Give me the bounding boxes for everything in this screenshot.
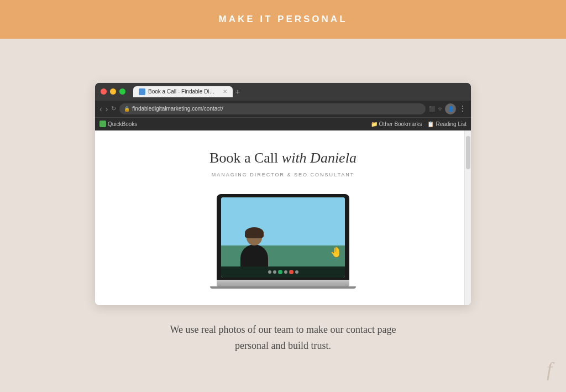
header-title: MAKE IT PERSONAL (218, 14, 347, 25)
tab-favicon (139, 88, 145, 95)
close-dot[interactable] (101, 88, 107, 95)
toolbar-dot-green (278, 270, 282, 274)
tab-bar: Book a Call - Findable Digital M... ✕ + (133, 86, 465, 97)
toolbar-dot (284, 270, 287, 274)
bookmark-icon[interactable]: ☆ (438, 106, 442, 112)
browser-content: Book a Call with Daniela MANAGING DIRECT… (95, 130, 471, 305)
incognito-icon: 👤 (448, 106, 454, 112)
tab-title: Book a Call - Findable Digital M... (148, 88, 218, 95)
browser-addressbar: ‹ › ↻ 🔒 findabledigitalmarketing.com/con… (95, 101, 471, 117)
page-wrapper: MAKE IT PERSONAL Book a Call - Findable … (0, 0, 566, 392)
other-bookmarks-label: Other Bookmarks (379, 121, 422, 127)
page-heading: Book a Call with Daniela (209, 150, 357, 166)
new-tab-button[interactable]: + (235, 87, 240, 96)
header-banner: MAKE IT PERSONAL (0, 0, 566, 39)
cast-icon[interactable]: ⬛ (429, 106, 435, 112)
wave-hand-icon: 🤚 (330, 246, 342, 258)
laptop-mockup: 🤚 (217, 194, 349, 289)
description-text: We use real photos of our team to make o… (170, 322, 396, 354)
person-hair (245, 227, 264, 238)
refresh-button[interactable]: ↻ (111, 105, 116, 112)
heading-normal: Book a Call (209, 150, 282, 166)
page-subtitle: MANAGING DIRECTOR & SEO CONSULTANT (212, 172, 355, 177)
person-waving (229, 197, 279, 266)
menu-button[interactable]: ⋮ (459, 104, 467, 113)
quickbooks-icon (99, 121, 106, 127)
toolbar-dot-red (289, 270, 294, 274)
lock-icon: 🔒 (124, 106, 130, 112)
bookmarks-right: 📁 Other Bookmarks 📋 Reading List (371, 121, 467, 127)
heading-italic: with Daniela (282, 150, 357, 166)
quickbooks-bookmark[interactable]: QuickBooks (99, 121, 137, 127)
other-bookmarks[interactable]: 📁 Other Bookmarks (371, 121, 422, 127)
description-line2: personal and build trust. (235, 340, 331, 351)
quickbooks-label: QuickBooks (108, 121, 137, 127)
laptop-screen: 🤚 (221, 197, 345, 278)
laptop-bezel: 🤚 (217, 194, 349, 280)
reading-list-label: Reading List (436, 121, 467, 127)
person-head (247, 230, 262, 245)
forward-button[interactable]: › (106, 104, 108, 113)
main-content: Book a Call - Findable Digital M... ✕ + … (0, 39, 566, 392)
back-button[interactable]: ‹ (99, 104, 102, 113)
folder-icon: 📁 (371, 121, 378, 127)
browser-chrome: Book a Call - Findable Digital M... ✕ + … (95, 83, 471, 130)
browser-tab[interactable]: Book a Call - Findable Digital M... ✕ (133, 86, 233, 97)
address-url: findabledigitalmarketing.com/contact/ (132, 106, 223, 112)
browser-titlebar: Book a Call - Findable Digital M... ✕ + (95, 83, 471, 101)
video-toolbar (221, 266, 345, 278)
minimize-dot[interactable] (110, 88, 116, 95)
address-actions: ⬛ ☆ 👤 ⋮ (429, 103, 467, 114)
laptop-base (217, 280, 349, 286)
person-body (240, 244, 268, 266)
toolbar-dot (295, 270, 298, 274)
toolbar-dot (268, 270, 271, 274)
maximize-dot[interactable] (119, 88, 125, 95)
reading-list-icon: 📋 (427, 121, 434, 127)
reading-list[interactable]: 📋 Reading List (427, 121, 467, 127)
browser-window: Book a Call - Findable Digital M... ✕ + … (95, 83, 471, 305)
description-line1: We use real photos of our team to make o… (170, 324, 396, 335)
browser-content-wrapper: Book a Call with Daniela MANAGING DIRECT… (95, 130, 471, 305)
bookmarks-bar: QuickBooks 📁 Other Bookmarks 📋 Reading L… (95, 117, 471, 130)
scrollbar[interactable] (464, 130, 471, 305)
tab-close-icon[interactable]: ✕ (223, 88, 227, 95)
scrollbar-thumb[interactable] (466, 136, 470, 169)
address-input[interactable]: 🔒 findabledigitalmarketing.com/contact/ (119, 103, 426, 114)
laptop-bottom (210, 286, 356, 289)
watermark: f (547, 358, 552, 381)
toolbar-dot (273, 270, 276, 274)
incognito-button[interactable]: 👤 (445, 103, 456, 114)
